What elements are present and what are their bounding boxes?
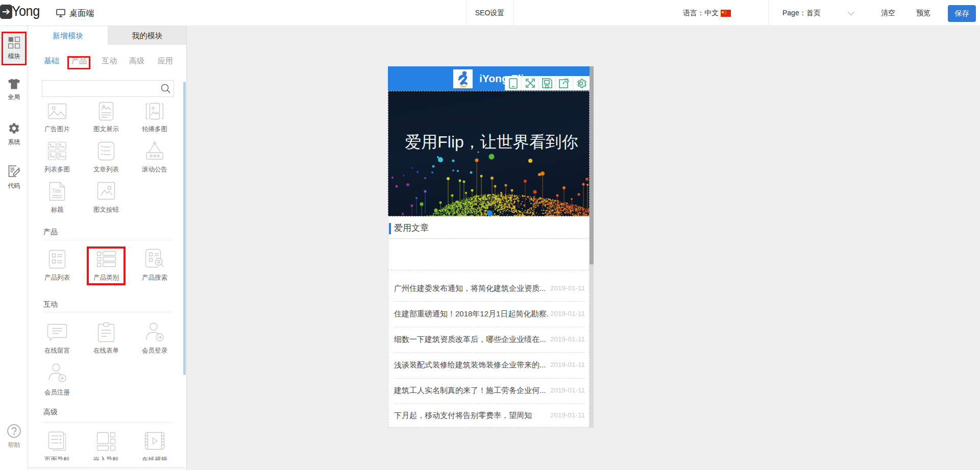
svg-text:爱用Flip，让世界看到你: 爱用Flip，让世界看到你	[405, 133, 578, 151]
svg-text:Title: Title	[52, 188, 62, 194]
